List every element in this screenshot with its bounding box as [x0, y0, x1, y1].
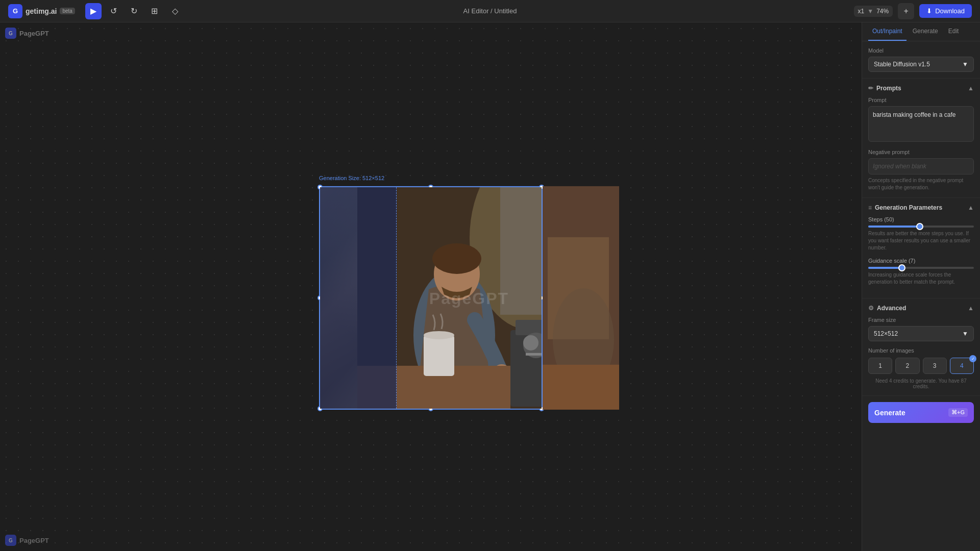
canvas-container: Generation Size: 512×512 — [319, 186, 543, 410]
advanced-title: Advanced — [877, 305, 906, 312]
add-button[interactable]: + — [898, 3, 914, 19]
prompts-section-header[interactable]: ✏ Prompts ▲ — [868, 85, 974, 92]
negative-prompt-input[interactable] — [868, 158, 974, 174]
generation-size-label: Generation Size: 512×512 — [319, 175, 384, 181]
prompts-icon: ✏ — [868, 85, 873, 92]
select-tool-button[interactable]: ▶ — [85, 3, 102, 19]
logo-icon: G — [8, 4, 22, 18]
steps-slider-thumb[interactable] — [916, 223, 923, 230]
steps-slider-track — [868, 226, 974, 228]
advanced-section: ⚙ Advanced ▲ Frame size 512×512 ▼ Number… — [862, 298, 980, 396]
app-name: getimg.ai — [26, 7, 57, 15]
steps-help: Results are better the more steps you us… — [868, 230, 974, 252]
credits-info: Need 4 credits to generate. You have 87 … — [868, 378, 974, 389]
toolbar: G getimg.ai beta ▶ ↺ ↻ ⊞ ◇ AI Editor / U… — [0, 0, 980, 22]
tab-out-inpaint[interactable]: Out/Inpaint — [868, 22, 906, 41]
model-section: Model Stable Diffusion v1.5 ▼ — [862, 41, 980, 79]
svg-rect-19 — [543, 365, 619, 410]
advanced-header[interactable]: ⚙ Advanced ▲ — [868, 305, 974, 312]
tab-generate[interactable]: Generate — [909, 22, 942, 41]
gen-params-collapse-icon: ▲ — [968, 204, 974, 211]
num-images-1[interactable]: 1 — [868, 358, 892, 374]
frame-size-label: Frame size — [868, 317, 974, 323]
main-content: G PageGPT Generation Size: 512×512 — [0, 22, 980, 551]
prompts-collapse-icon: ▲ — [968, 85, 974, 92]
steps-slider-row: Steps (50) Results are better the more s… — [868, 216, 974, 252]
prompts-header-left: ✏ Prompts — [868, 85, 901, 92]
frame-size-select[interactable]: 512×512 ▼ — [868, 326, 974, 341]
selection-box[interactable]: PageGPT — [319, 186, 543, 410]
guidance-help: Increasing guidance scale forces the gen… — [868, 271, 974, 286]
negative-prompt-label: Negative prompt — [868, 149, 974, 155]
brand-icon-bl: G — [5, 535, 16, 546]
num-images-label: Number of images — [868, 347, 974, 354]
app-logo: G getimg.ai beta — [8, 4, 75, 18]
page-title: AI Editor / Untitled — [463, 7, 517, 15]
canvas-watermark: PageGPT — [429, 289, 509, 308]
tab-edit[interactable]: Edit — [944, 22, 963, 41]
generate-button[interactable]: Generate ⌘+G — [868, 402, 974, 423]
toolbar-right: x1 ▼ 74% + ⬇ Download — [854, 3, 972, 19]
advanced-icon: ⚙ — [868, 305, 874, 312]
brand-name: PageGPT — [19, 30, 49, 37]
prompt-label: Prompt — [868, 97, 974, 103]
num-images-4[interactable]: 4 ✓ — [950, 358, 974, 374]
panel-tabs: Out/Inpaint Generate Edit — [862, 22, 980, 41]
steps-slider-fill — [868, 226, 920, 228]
canvas-area[interactable]: G PageGPT Generation Size: 512×512 — [0, 22, 862, 551]
zoom-control[interactable]: x1 ▼ 74% — [854, 6, 893, 17]
guidance-slider-thumb[interactable] — [898, 264, 905, 271]
download-button[interactable]: ⬇ Download — [919, 4, 972, 18]
negative-prompt-help: Concepts specified in the negative promp… — [868, 177, 974, 191]
num-images-row: 1 2 3 4 ✓ — [868, 358, 974, 374]
generate-shortcut: ⌘+G — [948, 408, 968, 417]
prompt-input[interactable]: barista making coffee in a cafe — [868, 106, 974, 142]
brand-icon: G — [5, 28, 16, 39]
num-images-2[interactable]: 2 — [895, 358, 919, 374]
guidance-slider-row: Guidance scale (7) Increasing guidance s… — [868, 258, 974, 286]
guidance-slider-track — [868, 267, 974, 269]
guidance-slider-fill — [868, 267, 902, 269]
advanced-collapse-icon: ▲ — [968, 305, 974, 312]
brand-watermark-bl: G PageGPT — [5, 535, 49, 546]
steps-label: Steps (50) — [868, 216, 974, 222]
prompts-section: ✏ Prompts ▲ Prompt barista making coffee… — [862, 79, 980, 198]
brand-watermark-tl: G PageGPT — [5, 28, 49, 39]
crop-tool-button[interactable]: ⊞ — [146, 3, 163, 19]
model-select[interactable]: Stable Diffusion v1.5 ▼ — [868, 57, 974, 72]
right-panel: Out/Inpaint Generate Edit Model Stable D… — [862, 22, 980, 551]
beta-badge: beta — [60, 8, 75, 14]
num-images-3[interactable]: 3 — [923, 358, 947, 374]
prompts-title: Prompts — [876, 85, 901, 92]
model-select-chevron: ▼ — [962, 61, 968, 68]
gen-params-title: Generation Parameters — [875, 204, 942, 211]
redo-button[interactable]: ↻ — [126, 3, 142, 19]
gen-params-header-left: ≡ Generation Parameters — [868, 204, 942, 211]
brand-name-bl: PageGPT — [19, 537, 49, 544]
guidance-label: Guidance scale (7) — [868, 258, 974, 264]
gen-params-icon: ≡ — [868, 204, 872, 211]
num-images-check: ✓ — [969, 355, 976, 362]
advanced-header-left: ⚙ Advanced — [868, 305, 906, 312]
gen-params-header[interactable]: ≡ Generation Parameters ▲ — [868, 204, 974, 211]
generation-params-section: ≡ Generation Parameters ▲ Steps (50) Res… — [862, 198, 980, 298]
paint-tool-button[interactable]: ◇ — [167, 3, 183, 19]
model-label: Model — [868, 47, 974, 54]
frame-size-chevron: ▼ — [962, 330, 968, 337]
download-icon: ⬇ — [926, 7, 932, 15]
undo-button[interactable]: ↺ — [106, 3, 122, 19]
